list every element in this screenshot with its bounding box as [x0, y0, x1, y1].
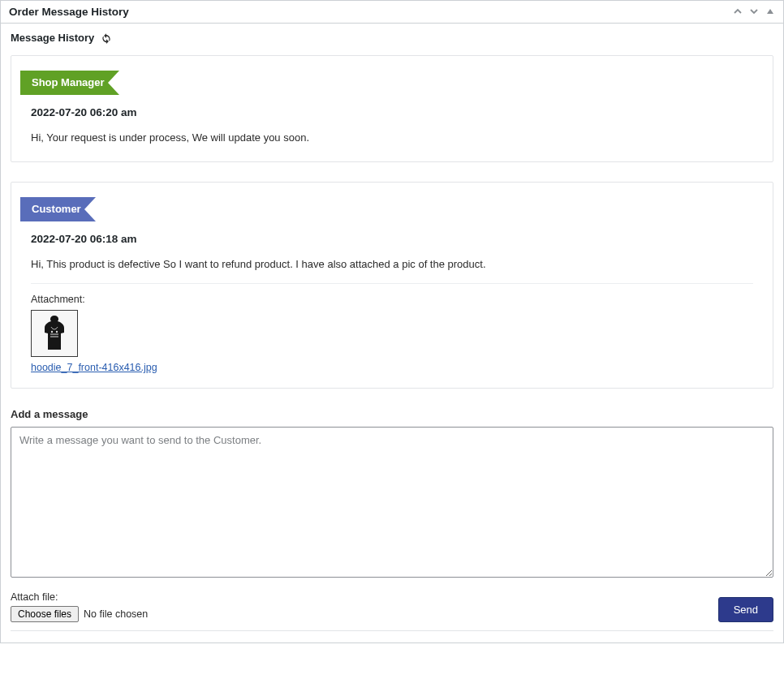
add-message-title: Add a message [11, 408, 773, 420]
svg-point-1 [51, 331, 53, 333]
file-input-row: Choose files No file chosen [11, 606, 148, 622]
role-ribbon: Shop Manager [11, 71, 773, 95]
panel-title: Order Message History [9, 6, 129, 18]
attach-file-label: Attach file: [11, 591, 148, 603]
attach-file-block: Attach file: Choose files No file chosen [11, 591, 148, 622]
message-body: Hi, Your request is under process, We wi… [31, 131, 753, 144]
panel-body: Message History Shop Manager 2022-07-20 … [1, 24, 783, 642]
message-history-subheader: Message History [11, 32, 773, 44]
attachment-filename-link[interactable]: hoodie_7_front-416x416.jpg [31, 362, 157, 373]
message-body: Hi, This product is defective So I want … [31, 258, 753, 270]
attachment-section: Attachment: hoodie_7_front-416x416.jpg [31, 283, 753, 373]
message-card: Shop Manager 2022-07-20 06:20 am Hi, You… [11, 55, 773, 162]
role-label: Shop Manager [20, 71, 119, 95]
order-message-history-panel: Order Message History Message History Sh… [0, 0, 784, 643]
attachment-thumbnail[interactable] [31, 310, 78, 357]
send-button[interactable]: Send [718, 597, 773, 622]
collapse-icon[interactable] [765, 6, 775, 18]
message-content: 2022-07-20 06:20 am Hi, Your request is … [11, 95, 773, 144]
attachment-label: Attachment: [31, 294, 753, 305]
message-timestamp: 2022-07-20 06:18 am [31, 233, 753, 245]
message-timestamp: 2022-07-20 06:20 am [31, 106, 753, 118]
refresh-icon[interactable] [101, 32, 112, 44]
panel-header: Order Message History [1, 1, 783, 24]
subheader-label: Message History [11, 32, 94, 44]
role-label: Customer [20, 197, 96, 221]
message-textarea[interactable] [11, 427, 773, 578]
choose-files-button[interactable]: Choose files [11, 606, 79, 622]
compose-footer: Attach file: Choose files No file chosen… [11, 591, 773, 631]
role-ribbon: Customer [11, 197, 773, 221]
panel-controls [733, 6, 775, 18]
no-file-chosen-text: No file chosen [84, 608, 148, 620]
message-content: 2022-07-20 06:18 am Hi, This product is … [11, 221, 773, 270]
message-card: Customer 2022-07-20 06:18 am Hi, This pr… [11, 182, 773, 389]
move-down-icon[interactable] [749, 6, 759, 18]
move-up-icon[interactable] [733, 6, 743, 18]
svg-point-2 [56, 331, 58, 333]
